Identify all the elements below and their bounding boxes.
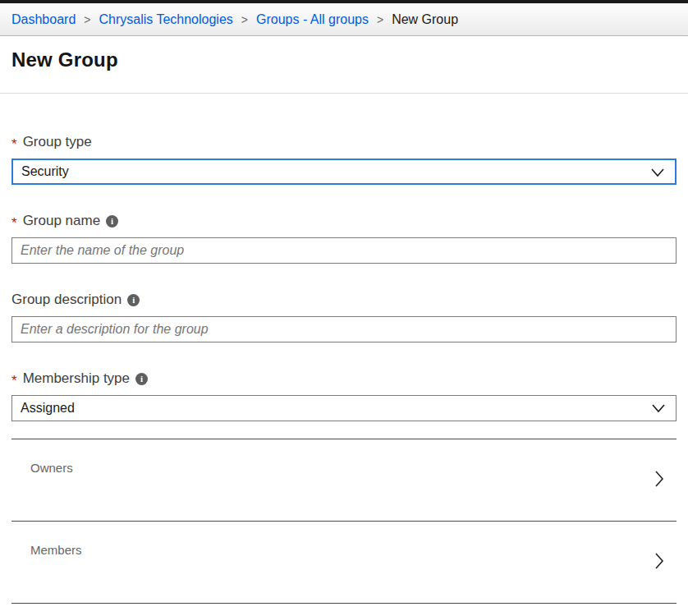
info-icon[interactable]: i [127,294,140,306]
info-icon[interactable]: i [106,215,118,228]
page-header: New Group [0,36,688,94]
chevron-right-icon [654,551,665,571]
chevron-right-icon [654,469,665,489]
breadcrumb-current-page: New Group [392,12,458,27]
group-type-label-text: Group type [23,134,92,150]
group-name-label-text: Group name [23,213,101,229]
group-description-label-text: Group description [11,292,122,308]
required-asterisk: * [11,216,17,230]
breadcrumb-separator-icon: > [241,13,248,26]
breadcrumb-separator-icon: > [84,13,90,26]
group-type-label: * Group type [11,134,677,150]
membership-sections: Owners Members [11,439,677,604]
owners-section[interactable]: Owners [11,439,677,521]
required-asterisk: * [11,137,17,151]
breadcrumb-link-groups[interactable]: Groups - All groups [256,12,369,27]
members-section[interactable]: Members [11,521,677,604]
members-label: Members [30,543,82,557]
breadcrumb-link-dashboard[interactable]: Dashboard [11,12,76,27]
new-group-form: * Group type Security * Group name i Gro… [0,94,688,421]
membership-type-select[interactable]: Assigned [11,395,677,421]
breadcrumb-link-directory[interactable]: Chrysalis Technologies [99,12,232,27]
group-type-selected-value: Security [21,164,69,179]
group-name-input[interactable] [21,243,667,258]
group-name-label: * Group name i [11,213,677,229]
membership-type-selected-value: Assigned [21,401,75,416]
info-icon[interactable]: i [135,373,148,385]
group-description-input[interactable] [21,322,667,337]
group-name-field-wrapper [11,237,677,264]
owners-label: Owners [30,461,73,475]
breadcrumb-separator-icon: > [377,13,383,26]
group-description-label: Group description i [11,292,677,308]
membership-type-label-text: Membership type [23,370,130,387]
group-description-field-wrapper [11,316,677,342]
membership-type-label: * Membership type i [11,370,677,387]
chevron-down-icon [650,167,665,178]
chevron-down-icon [651,402,666,414]
required-asterisk: * [11,374,17,388]
breadcrumb: Dashboard > Chrysalis Technologies > Gro… [0,3,688,36]
page-title: New Group [11,48,677,71]
group-type-select[interactable]: Security [11,159,677,185]
